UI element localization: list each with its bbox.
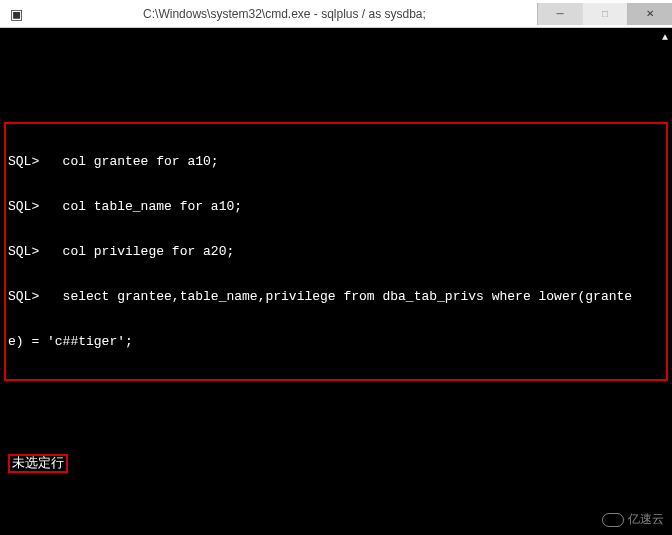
scroll-up-icon[interactable]: ▲ <box>662 30 668 45</box>
terminal-line: SQL> select grantee,table_name,privilege… <box>8 289 664 304</box>
watermark: 亿速云 <box>602 512 664 527</box>
minimize-button[interactable]: ─ <box>537 3 582 25</box>
terminal-line: SQL> col grantee for a10; <box>8 154 664 169</box>
watermark-text: 亿速云 <box>628 512 664 527</box>
close-button[interactable]: ✕ <box>627 3 672 25</box>
cmd-icon: ▣ <box>6 4 26 24</box>
terminal-line: e) = 'c##tiger'; <box>8 334 664 349</box>
highlight-block-1: SQL> col grantee for a10; SQL> col table… <box>4 122 668 381</box>
status-no-rows: 未选定行 <box>8 454 68 473</box>
terminal-output: ▲ SQL> col grantee for a10; SQL> col tab… <box>0 28 672 535</box>
terminal-line: SQL> col table_name for a10; <box>8 199 664 214</box>
maximize-button[interactable]: □ <box>582 3 627 25</box>
window-title: C:\Windows\system32\cmd.exe - sqlplus / … <box>32 7 537 21</box>
terminal-line: SQL> col privilege for a20; <box>8 244 664 259</box>
cloud-icon <box>602 513 624 527</box>
window-titlebar: ▣ C:\Windows\system32\cmd.exe - sqlplus … <box>0 0 672 28</box>
window-controls: ─ □ ✕ <box>537 3 672 25</box>
